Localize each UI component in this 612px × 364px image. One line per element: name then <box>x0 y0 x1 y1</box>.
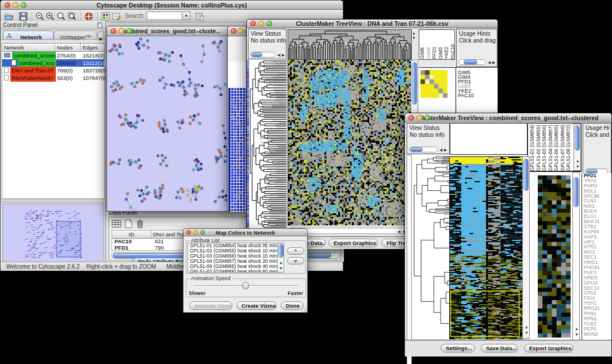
gene-label[interactable]: SPC98 <box>584 194 611 199</box>
float-panel-icon[interactable] <box>97 22 102 28</box>
create-vizmap-button[interactable]: Create Vizmap <box>236 301 277 310</box>
scrollbar-thumb[interactable] <box>573 177 579 207</box>
array-column-label[interactable]: GPL51-04 (GSM857) <box>548 125 554 171</box>
tv1-hints-hscrollbar[interactable] <box>458 59 486 65</box>
tv2-export-graphics-button[interactable]: Export Graphics... <box>524 344 573 352</box>
network-row-rnapuber[interactable]: RNAPuberNov2+ 563(0) 107847(0) <box>2 74 104 82</box>
gene-label[interactable]: PHO81 <box>584 265 611 270</box>
minimize-button[interactable] <box>416 115 422 121</box>
minimize-button[interactable] <box>238 28 243 34</box>
array-column-label[interactable]: GPL51-08 (GSM872) <box>565 125 572 171</box>
scroll-right-arrow[interactable]: ▶ <box>492 60 495 64</box>
close-button[interactable] <box>5 2 10 8</box>
network-row-combined-scores[interactable]: combined_scores 2764(0) 16218(0) <box>2 52 104 59</box>
array-column-label[interactable]: GPL51-06 (GSM865) <box>553 125 560 171</box>
network-overview-canvas[interactable] <box>2 204 104 265</box>
tab-network[interactable]: Network <box>3 30 53 40</box>
scrollbar-thumb[interactable] <box>410 147 423 152</box>
gene-label[interactable]: MAK31 <box>584 219 611 224</box>
tv1-export-graphics-button[interactable]: Export Graphics... <box>328 239 378 247</box>
col-header-id[interactable]: ID <box>112 231 151 239</box>
treeview1-titlebar[interactable]: ClusterMaker TreeView : DNA and Tran 07-… <box>247 20 498 28</box>
tv1-global-heatmap[interactable] <box>288 60 411 225</box>
scroll-up-arrow[interactable]: ▲ <box>279 260 283 265</box>
scrollbar-thumb[interactable] <box>575 125 580 151</box>
open-file-icon[interactable] <box>4 12 14 21</box>
column-label[interactable]: PFD1 <box>431 47 438 59</box>
gene-label[interactable]: MON2 <box>584 332 611 337</box>
tv2-status-hscrollbar[interactable] <box>409 147 438 152</box>
move-down-button[interactable]: v <box>287 257 304 265</box>
tv2-column-labels[interactable]: GPL51-01 (GSM854)GPL51-02 (GSM855)GPL51-… <box>529 124 573 171</box>
gene-label[interactable]: PAN1 <box>584 311 611 316</box>
delete-attribute-icon[interactable] <box>136 219 144 228</box>
gene-label[interactable]: GPI16 <box>584 281 611 286</box>
column-label[interactable]: YKE2 <box>443 47 450 59</box>
animate-vizmap-button[interactable]: Animate Vizmap <box>189 301 232 310</box>
close-button[interactable] <box>186 230 191 235</box>
new-attribute-icon[interactable] <box>124 219 133 228</box>
zoom-button[interactable] <box>21 2 26 8</box>
column-label[interactable]: PAC10 <box>450 44 456 59</box>
treeview2-titlebar[interactable]: ClusterMaker TreeView : combined_scores_… <box>405 113 611 122</box>
tv1-row-dendrogram[interactable] <box>249 60 286 228</box>
main-titlebar[interactable]: Cytoscape Desktop (Session Name: collins… <box>1 1 343 10</box>
gene-label[interactable]: CPA2 <box>584 290 611 296</box>
gene-label[interactable]: SEC1 <box>584 255 611 260</box>
minimize-button[interactable] <box>258 21 264 26</box>
tab-vizmapper[interactable]: VizMapper™ <box>53 30 97 40</box>
minimize-button[interactable] <box>118 28 124 34</box>
zoom-button[interactable] <box>266 21 272 26</box>
tv2-row-dendrogram[interactable] <box>412 155 449 339</box>
gene-label[interactable]: CLN1 <box>584 198 611 204</box>
move-up-button[interactable]: ^ <box>287 247 304 255</box>
zoom-in-icon[interactable] <box>45 12 55 21</box>
tv2-column-tree-area[interactable] <box>450 123 527 155</box>
col-header-edges[interactable]: Edges <box>81 44 104 52</box>
column-label[interactable]: GIM3 <box>438 47 444 59</box>
tv1-status-hscrollbar[interactable] <box>250 52 276 58</box>
tv2-heatmap-vscrollbar[interactable]: ▲ ▼ <box>522 156 530 339</box>
zoom-button[interactable] <box>200 230 205 235</box>
scroll-left-arrow[interactable]: ◀ <box>277 53 280 57</box>
gene-label[interactable]: PUF3 <box>584 270 611 275</box>
scroll-left-arrow[interactable]: ◀ <box>397 229 400 233</box>
scrollbar-thumb[interactable] <box>278 244 284 258</box>
gene-label[interactable]: HAP3 <box>584 235 611 240</box>
splitter-up-arrow[interactable]: ▲ <box>412 31 416 35</box>
tv2-labels-vscrollbar[interactable]: ▲ ▼ <box>573 124 581 171</box>
array-column-label[interactable]: GPL51-03 (GSM856) <box>541 125 548 171</box>
tv2-detail-heatmap[interactable] <box>538 175 571 338</box>
tv2-save-data-button[interactable]: Save Data... <box>481 344 518 352</box>
zoom-button[interactable] <box>424 115 430 121</box>
close-button[interactable] <box>250 21 256 26</box>
attribute-list-item[interactable]: GPL51-07 (GSM868) heat shock 60 min <box>188 269 284 273</box>
search-input[interactable] <box>147 12 182 20</box>
scroll-up-arrow[interactable]: ▲ <box>576 159 580 163</box>
scroll-up-arrow[interactable]: ▲ <box>525 325 529 329</box>
grid-network-canvas[interactable] <box>228 62 247 212</box>
tv2-left-vscrollbar[interactable]: ▲ ▼ <box>407 155 412 364</box>
annotation-icon[interactable] <box>112 12 121 21</box>
splitter-down-arrow[interactable]: ▼ <box>412 36 416 40</box>
tv2-detail-vscrollbar[interactable]: ▲ ▼ <box>572 172 580 340</box>
gene-label[interactable]: ELG1 <box>584 214 611 219</box>
gene-label[interactable]: MSL1 <box>584 189 611 194</box>
tv2-row-labels[interactable]: PFD1YRA1RNR4MSL1SPC98CLN1NIS1BUD4ELG1MAK… <box>582 173 611 340</box>
speed-slider-thumb[interactable] <box>242 282 249 289</box>
network-graph-canvas[interactable] <box>107 36 234 211</box>
gene-label[interactable]: HRD3 <box>584 275 611 281</box>
scroll-up-arrow[interactable]: ▲ <box>575 327 579 331</box>
attribute-list-vscrollbar[interactable]: ▲ ▼ <box>277 243 284 272</box>
resize-grip[interactable] <box>301 306 307 312</box>
gene-label[interactable]: PFD1 <box>584 173 611 178</box>
array-column-label[interactable]: GPL51-02 (GSM855) <box>536 125 542 171</box>
minimize-button[interactable] <box>13 2 18 8</box>
scrollbar-thumb[interactable] <box>523 159 529 191</box>
gene-label[interactable]: FIG4 <box>584 296 611 301</box>
gene-label[interactable]: HMG1 <box>584 260 611 265</box>
scroll-right-arrow[interactable]: ▶ <box>282 53 285 57</box>
gene-label[interactable]: NIS1 <box>584 204 611 209</box>
gene-label[interactable]: RPN1 <box>584 316 611 321</box>
import-table-icon[interactable] <box>195 12 205 21</box>
